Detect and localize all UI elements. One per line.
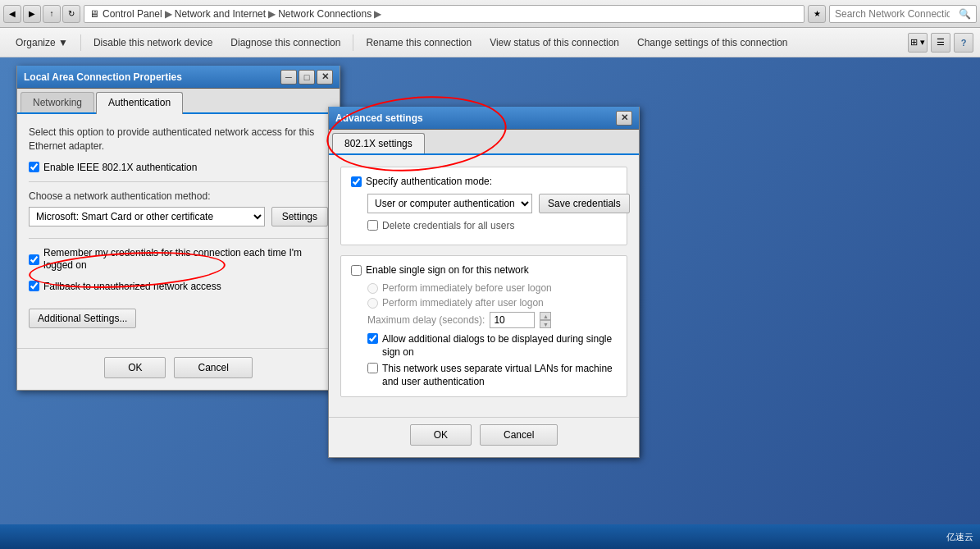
rename-button[interactable]: Rename this connection [357, 33, 481, 53]
spin-buttons: ▲ ▼ [540, 312, 551, 328]
divider1 [29, 181, 328, 182]
auth-mode-section: Specify authentication mode: User or com… [340, 167, 627, 245]
lac-titlebar: Local Area Connection Properties ─ □ ✕ [17, 66, 340, 89]
adv-title: Advanced settings [335, 112, 614, 124]
toolbar-separator [80, 34, 81, 51]
toolbar-right: ⊞ ▾ ☰ ? [908, 33, 973, 53]
help-button[interactable]: ? [954, 33, 973, 53]
tab-networking[interactable]: Networking [21, 92, 94, 112]
lac-ok-button[interactable]: OK [104, 357, 166, 378]
auth-mode-select-row: User or computer authentication Computer… [367, 194, 617, 213]
view-status-button[interactable]: View status of this connection [481, 33, 628, 53]
adv-tab-bar: 802.1X settings [329, 130, 639, 155]
max-delay-row: Maximum delay (seconds): ▲ ▼ [367, 312, 617, 328]
up-button[interactable]: ↑ [43, 5, 61, 23]
fallback-row: Fallback to unauthorized network access [29, 281, 328, 292]
adv-ok-button[interactable]: OK [410, 424, 472, 446]
enable-8021x-checkbox[interactable] [29, 162, 39, 172]
vlan-checkbox[interactable] [367, 363, 378, 373]
adv-cancel-button[interactable]: Cancel [480, 424, 558, 446]
lac-title: Local Area Connection Properties [24, 71, 279, 83]
specify-auth-label: Specify authentication mode: [366, 176, 492, 187]
spin-up-button[interactable]: ▲ [540, 312, 551, 320]
lac-dialog: Local Area Connection Properties ─ □ ✕ N… [16, 66, 340, 391]
toolbar: Organize ▼ Disable this network device D… [0, 28, 980, 57]
breadcrumb-sep2: ▶ [268, 8, 276, 20]
max-delay-label: Maximum delay (seconds): [367, 314, 485, 326]
disable-button[interactable]: Disable this network device [84, 33, 221, 53]
delete-credentials-row: Delete credentials for all users [367, 220, 617, 231]
tab-8021x-label: 802.1X settings [344, 138, 413, 149]
view-options-button[interactable]: ⊞ ▾ [908, 33, 928, 53]
back-button[interactable]: ◀ [3, 5, 21, 23]
diagnose-button[interactable]: Diagnose this connection [221, 33, 349, 53]
delete-credentials-label: Delete credentials for all users [382, 220, 514, 231]
lac-description: Select this option to provide authentica… [29, 126, 328, 153]
radio-before-label: Perform immediately before user logon [382, 282, 552, 294]
allow-dialogs-checkbox[interactable] [367, 333, 378, 344]
fallback-checkbox[interactable] [29, 281, 39, 291]
vlan-label: This network uses separate virtual LANs … [382, 363, 617, 388]
spin-down-button[interactable]: ▼ [540, 320, 551, 328]
search-icon: 🔍 [959, 8, 971, 20]
adv-body: Specify authentication mode: User or com… [329, 155, 639, 417]
lac-tab-bar: Networking Authentication [17, 89, 340, 114]
lac-footer: OK Cancel [17, 349, 340, 390]
lac-maximize-button[interactable]: □ [299, 70, 315, 85]
lac-cancel-button[interactable]: Cancel [174, 357, 252, 378]
change-settings-button[interactable]: Change settings of this connection [628, 33, 796, 53]
radio-before-row: Perform immediately before user logon [367, 282, 617, 294]
remember-credentials-checkbox[interactable] [29, 254, 39, 265]
radio-after-label: Perform immediately after user logon [382, 297, 544, 309]
lac-minimize-button[interactable]: ─ [280, 70, 297, 85]
radio-after-row: Perform immediately after user logon [367, 297, 617, 309]
favorites-button[interactable]: ★ [808, 5, 826, 23]
adv-titlebar: Advanced settings ✕ [329, 107, 639, 130]
tab-authentication[interactable]: Authentication [96, 92, 183, 114]
adv-footer: OK Cancel [329, 418, 639, 457]
enable-8021x-label: Enable IEEE 802.1X authentication [43, 162, 197, 173]
search-box[interactable]: 🔍 [829, 5, 977, 23]
allow-dialogs-label: Allow additional dialogs to be displayed… [382, 333, 617, 359]
toolbar-separator2 [353, 34, 353, 51]
sso-label: Enable single sign on for this network [366, 264, 529, 276]
breadcrumb-sep1: ▶ [165, 8, 172, 20]
forward-button[interactable]: ▶ [23, 5, 41, 23]
lac-close-button[interactable]: ✕ [317, 70, 333, 85]
breadcrumb-icon: 🖥 [89, 8, 99, 20]
method-select[interactable]: Microsoft: Smart Card or other certifica… [29, 207, 265, 226]
save-credentials-button[interactable]: Save credentials [539, 194, 630, 213]
radio-before-logon[interactable] [367, 283, 378, 294]
breadcrumb-part3[interactable]: Network Connections [278, 8, 371, 20]
breadcrumb: 🖥 Control Panel ▶ Network and Internet ▶… [84, 5, 805, 23]
additional-settings-button[interactable]: Additional Settings... [29, 309, 136, 328]
remember-credentials-label: Remember my credentials for this connect… [43, 247, 328, 272]
address-bar: ◀ ▶ ↑ ↻ 🖥 Control Panel ▶ Network and In… [0, 0, 980, 28]
allow-dialogs-row: Allow additional dialogs to be displayed… [367, 333, 617, 359]
radio-after-logon[interactable] [367, 298, 378, 309]
lac-body: Select this option to provide authentica… [17, 114, 340, 348]
delete-credentials-checkbox[interactable] [367, 220, 378, 231]
divider2 [29, 238, 328, 239]
tab-8021x[interactable]: 802.1X settings [332, 133, 425, 153]
fallback-label: Fallback to unauthorized network access [43, 281, 221, 292]
remember-cred-row: Remember my credentials for this connect… [29, 247, 328, 272]
adv-close-button[interactable]: ✕ [616, 111, 632, 126]
breadcrumb-sep3: ▶ [374, 8, 381, 20]
specify-auth-checkbox[interactable] [351, 176, 362, 187]
vlan-row: This network uses separate virtual LANs … [367, 363, 617, 388]
refresh-button[interactable]: ↻ [62, 5, 80, 23]
auth-mode-select[interactable]: User or computer authentication Computer… [367, 194, 532, 213]
breadcrumb-part2[interactable]: Network and Internet [175, 8, 266, 20]
search-input[interactable] [835, 8, 950, 20]
advanced-dialog: Advanced settings ✕ 802.1X settings Spec… [328, 107, 640, 458]
method-settings-button[interactable]: Settings [271, 207, 328, 226]
view-list-button[interactable]: ☰ [931, 33, 950, 53]
sso-checkbox[interactable] [351, 265, 362, 276]
enable-8021x-row: Enable IEEE 802.1X authentication [29, 162, 328, 173]
organize-button[interactable]: Organize ▼ [7, 33, 77, 53]
logo: 亿速云 [946, 531, 973, 543]
sso-section: Enable single sign on for this network P… [340, 255, 627, 397]
breadcrumb-part1[interactable]: Control Panel [103, 8, 162, 20]
max-delay-input[interactable] [490, 312, 535, 328]
